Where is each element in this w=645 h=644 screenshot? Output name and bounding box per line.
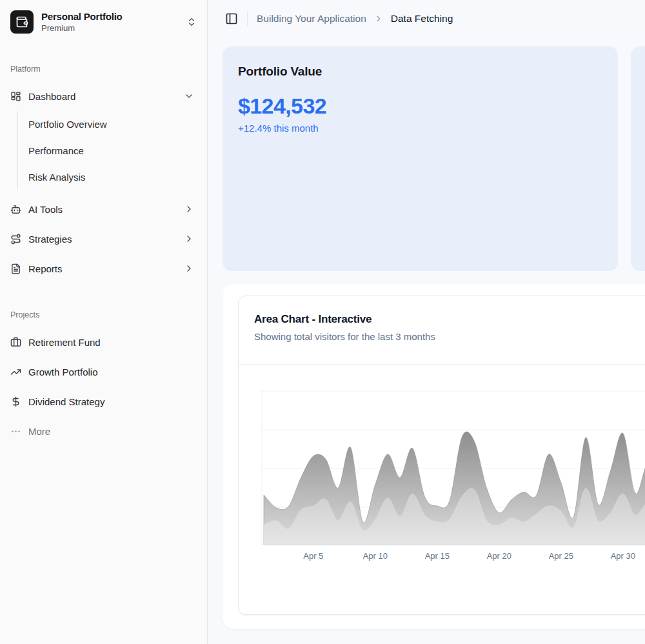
sidebar-section-label-platform: Platform [8,64,199,74]
sidebar-section-label-projects: Projects [8,310,199,320]
chart-container: Area Chart - Interactive Showing total v… [223,284,645,629]
breadcrumb: Building Your Application Data Fetching [257,13,453,25]
breadcrumb-current: Data Fetching [391,13,453,25]
topbar-separator [247,12,248,26]
stat-card-title: Portfolio Value [238,65,602,79]
wallet-icon [10,10,34,34]
sidebar-item-growth-portfolio[interactable]: Growth Portfolio [8,357,199,387]
route-icon [10,234,21,245]
sidebar-item-reports[interactable]: Reports [8,254,199,283]
chart-title: Area Chart - Interactive [254,313,645,326]
sidebar-item-strategies[interactable]: Strategies [8,224,199,254]
stat-card-2 [631,46,645,271]
ellipsis-icon [10,426,21,437]
x-axis-tick-label: Apr 5 [303,551,323,561]
sidebar-item-label: Strategies [28,234,72,245]
breadcrumb-parent-link[interactable]: Building Your Application [257,13,366,25]
sidebar-item-dividend-strategy[interactable]: Dividend Strategy [8,387,199,416]
sidebar-item-ai-tools[interactable]: AI Tools [8,194,199,224]
chart-subtitle: Showing total visitors for the last 3 mo… [254,331,645,342]
sidebar: Personal Portfolio Premium PlatformDashb… [0,0,208,644]
team-plan: Premium [41,23,123,34]
sidebar-item-label: Dividend Strategy [28,396,104,407]
chevron-right-icon [184,263,194,274]
trending-up-icon [10,367,21,377]
sidebar-toggle-button[interactable] [225,12,238,25]
sidebar-subitem-portfolio-overview[interactable]: Portfolio Overview [28,111,199,137]
x-axis-tick-label: Apr 25 [549,551,573,561]
sidebar-item-label: AI Tools [28,204,63,215]
x-axis-tick-label: Apr 10 [363,551,388,561]
sidebar-item-label: More [28,426,50,437]
sidebar-item-retirement-fund[interactable]: Retirement Fund [8,327,199,357]
app-window: Personal Portfolio Premium PlatformDashb… [0,0,645,644]
portfolio-value-card: Portfolio Value $124,532 +12.4% this mon… [223,46,618,271]
topbar: Building Your Application Data Fetching [208,0,645,37]
file-text-icon [10,263,21,274]
sidebar-subitem-risk-analysis[interactable]: Risk Analysis [28,164,199,190]
x-axis-tick-label: Apr 30 [611,551,635,561]
team-switcher[interactable]: Personal Portfolio Premium [8,6,199,37]
dollar-sign-icon [10,396,21,407]
x-axis-tick-label: Apr 15 [425,551,450,561]
sidebar-item-dashboard[interactable]: Dashboard [8,82,199,110]
chevrons-up-down-icon[interactable] [186,17,197,27]
layout-dashboard-icon [10,91,21,102]
team-name: Personal Portfolio [41,11,123,23]
x-axis-tick-label: Apr 20 [487,551,511,561]
main-content: Building Your Application Data Fetching … [208,0,645,644]
chevron-right-icon [184,204,194,214]
briefcase-icon [10,337,21,348]
chart-card-header: Area Chart - Interactive Showing total v… [239,296,645,342]
sidebar-item-label: Reports [28,263,63,274]
sidebar-item-more[interactable]: More [8,416,199,446]
sidebar-item-label: Retirement Fund [28,337,101,348]
chevron-right-icon [374,14,383,23]
chevron-down-icon [184,91,194,101]
portfolio-change: +12.4% this month [238,123,602,134]
chevron-right-icon [184,234,194,244]
area-chart-card: Area Chart - Interactive Showing total v… [238,296,645,615]
sidebar-item-label: Dashboard [28,91,75,102]
portfolio-value: $124,532 [238,94,602,119]
area-chart-canvas[interactable]: Apr 5Apr 10Apr 15Apr 20Apr 25Apr 30 [239,364,645,583]
sidebar-item-label: Growth Portfolio [28,367,98,377]
bot-icon [10,204,21,215]
sidebar-subitem-performance[interactable]: Performance [28,137,199,164]
sidebar-subtree-dashboard: Portfolio OverviewPerformanceRisk Analys… [17,111,199,190]
